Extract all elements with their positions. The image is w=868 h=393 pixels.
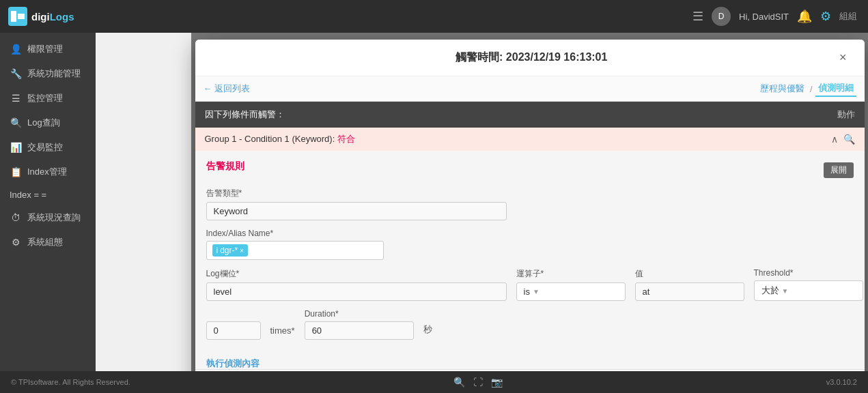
alert-type-row: 告警類型*: [206, 188, 854, 220]
operator-label: 運算子*: [516, 268, 626, 280]
log-field-label: Log欄位*: [206, 268, 507, 280]
tab-history[interactable]: 歷程與優醫: [757, 81, 807, 96]
footer: © TPIsoftware. All Rights Reserved. 🔍 ⛶ …: [0, 371, 868, 393]
duration-unit: 秒: [423, 323, 432, 340]
modal-overlay: 觸警時間: 2023/12/19 16:13:01 × ← 返回列表 歷程與優醫…: [191, 33, 868, 371]
index-tag-close[interactable]: ×: [240, 247, 244, 254]
sidebar-item-label: 監控管理: [27, 92, 63, 104]
svg-rect-1: [11, 11, 16, 22]
times-label: times*: [270, 325, 295, 340]
sidebar-item-trade-monitor[interactable]: 📊 交易監控: [0, 135, 96, 160]
user-label: Hi, DavidSIT: [739, 12, 789, 22]
index-label: Index = =: [0, 184, 96, 205]
tab-separator: /: [810, 84, 813, 94]
sidebar-item-label: 權限管理: [27, 43, 63, 55]
logo: digiLogs: [0, 0, 96, 33]
value-group: 值: [635, 268, 744, 301]
alert-rules-section: 告警規則 展開 告警類型* Index/Alias Name*: [195, 151, 865, 358]
modal-header: 觸警時間: 2023/12/19 16:13:01 ×: [195, 40, 865, 76]
settings-label: 組組: [839, 10, 857, 23]
times-group: [206, 321, 261, 340]
sidebar-item-system-function[interactable]: 🔧 系統功能管理: [0, 61, 96, 86]
times-duration-row: times* Duration* 秒: [206, 309, 854, 340]
collapse-button[interactable]: 展開: [824, 162, 854, 178]
index-alias-row: Index/Alias Name* i dgr-* ×: [206, 229, 854, 260]
zoom-icon[interactable]: 🔍: [453, 377, 465, 388]
condition-prefix: Group 1 - Condition 1 (Keyword):: [205, 134, 337, 144]
value-label: 值: [635, 268, 744, 280]
avatar: D: [712, 7, 731, 26]
fullscreen-icon[interactable]: ⛶: [473, 377, 483, 388]
index-alias-label: Index/Alias Name*: [206, 229, 384, 238]
times-input[interactable]: [206, 321, 261, 340]
sidebar-item-label: 系統功能管理: [27, 68, 81, 80]
detection-title: 執行偵測內容: [206, 358, 854, 369]
duration-group: Duration*: [305, 309, 414, 340]
condition-row: Group 1 - Condition 1 (Keyword): 符合 ∧ 🔍: [195, 128, 865, 151]
sidebar-item-label: 交易監控: [27, 141, 63, 154]
screenshot-icon[interactable]: 📷: [491, 377, 503, 388]
modal-toolbar: ← 返回列表 歷程與優醫 / 偵測明細: [195, 76, 865, 102]
alert-type-label: 告警類型*: [206, 188, 507, 199]
operator-value: is: [524, 287, 530, 297]
sidebar: digiLogs 👤 權限管理 🔧 系統功能管理 ☰ 監控管理 🔍 Log查詢 …: [0, 0, 96, 393]
duration-input[interactable]: [305, 321, 414, 340]
bell-icon[interactable]: 🔔: [797, 9, 812, 24]
copyright-text: © TPIsoftware. All Rights Reserved.: [11, 378, 130, 386]
monitor-icon: ☰: [10, 93, 22, 104]
search-icon[interactable]: 🔍: [843, 134, 855, 145]
sidebar-item-log-query[interactable]: 🔍 Log查詢: [0, 111, 96, 135]
index-tag: i dgr-* ×: [212, 244, 249, 257]
sidebar-item-monitor[interactable]: ☰ 監控管理: [0, 86, 96, 111]
threshold-arrow-icon: ▼: [782, 287, 789, 295]
permission-icon: 👤: [10, 44, 22, 55]
modal: 觸警時間: 2023/12/19 16:13:01 × ← 返回列表 歷程與優醫…: [195, 40, 865, 393]
gear-icon[interactable]: ⚙: [820, 9, 831, 24]
condition-match: 符合: [337, 134, 355, 144]
condition-header-text: 因下列條件而觸警：: [205, 108, 285, 121]
system-inquiry-icon: ⏱: [10, 212, 22, 223]
detection-section: 執行偵測內容 { "HTTP Method": "POST", "URL": "…: [195, 358, 865, 369]
sidebar-item-system-inquiry[interactable]: ⏱ 系統現況查詢: [0, 205, 96, 230]
duration-label: Duration*: [305, 309, 414, 319]
index-tag-value: dgr-*: [220, 246, 238, 255]
menu-icon[interactable]: ☰: [692, 9, 703, 24]
sidebar-item-label: 系統組態: [27, 236, 63, 248]
operator-group: 運算子* is ▼: [516, 268, 626, 301]
back-link[interactable]: ← 返回列表: [204, 83, 251, 95]
condition-icons: ∧ 🔍: [831, 134, 855, 145]
modal-title: 觸警時間: 2023/12/19 16:13:01: [228, 50, 835, 65]
logo-icon: [8, 7, 27, 26]
sidebar-item-system-settings[interactable]: ⚙ 系統組態: [0, 230, 96, 254]
modal-body: 因下列條件而觸警： 動作 Group 1 - Condition 1 (Keyw…: [195, 102, 865, 369]
alert-type-group: 告警類型*: [206, 188, 507, 220]
sidebar-item-index-mgmt[interactable]: 📋 Index管理: [0, 160, 96, 184]
logo-text: digiLogs: [31, 11, 74, 23]
value-input[interactable]: [635, 282, 744, 301]
system-function-icon: 🔧: [10, 68, 22, 79]
modal-tabs: 歷程與優醫 / 偵測明細: [757, 81, 856, 97]
log-field-row: Log欄位* 運算子* is ▼ 值: [206, 268, 854, 301]
log-field-input[interactable]: [206, 282, 507, 301]
threshold-select[interactable]: 大於 ▼: [754, 280, 863, 301]
condition-text: Group 1 - Condition 1 (Keyword): 符合: [205, 133, 355, 145]
index-tag-icon: i: [216, 246, 219, 255]
trade-monitor-icon: 📊: [10, 142, 22, 153]
footer-icons: 🔍 ⛶ 📷: [453, 377, 503, 388]
alert-rules-title: 告警規則: [206, 160, 244, 173]
sidebar-item-label: 系統現況查詢: [27, 212, 81, 224]
operator-select[interactable]: is ▼: [516, 282, 626, 301]
log-field-group: Log欄位*: [206, 268, 507, 301]
topbar: ☰ D Hi, DavidSIT 🔔 ⚙ 組組: [96, 0, 868, 33]
modal-close-button[interactable]: ×: [835, 49, 851, 66]
operator-arrow-icon: ▼: [533, 288, 540, 295]
threshold-label: Threshold*: [754, 268, 863, 278]
tab-detection[interactable]: 偵測明細: [815, 81, 856, 97]
main-content: 觸警時間: 2023/12/19 16:13:01 × ← 返回列表 歷程與優醫…: [96, 33, 868, 393]
threshold-value: 大於: [761, 285, 779, 297]
chevron-up-icon[interactable]: ∧: [831, 134, 838, 145]
alert-type-input[interactable]: [206, 202, 507, 220]
sidebar-item-label: Index管理: [27, 166, 67, 178]
condition-header: 因下列條件而觸警： 動作: [195, 102, 865, 128]
sidebar-item-permission[interactable]: 👤 權限管理: [0, 37, 96, 61]
